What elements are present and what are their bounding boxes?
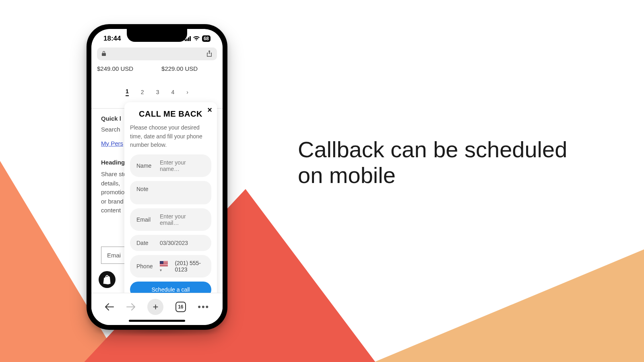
forward-icon[interactable] — [126, 303, 136, 311]
modal-title: CALL ME BACK — [130, 109, 211, 119]
phone-label: Phone — [136, 263, 154, 269]
shopify-badge[interactable] — [99, 271, 116, 288]
svg-rect-3 — [190, 36, 191, 41]
note-field[interactable]: Note — [130, 181, 211, 204]
status-icons: 68 — [185, 35, 211, 42]
battery-icon: 68 — [202, 35, 211, 42]
pagination: 1 2 3 4 › — [91, 72, 223, 105]
page-3[interactable]: 3 — [156, 89, 159, 95]
back-icon[interactable] — [105, 303, 114, 311]
tabs-button[interactable]: 16 — [175, 302, 186, 312]
price-right: $229.00 USD — [161, 65, 198, 72]
status-time: 18:44 — [103, 35, 121, 43]
page-4[interactable]: 4 — [171, 89, 174, 95]
page-2[interactable]: 2 — [141, 89, 144, 95]
date-input[interactable]: 03/30/2023 — [160, 240, 205, 246]
callback-modal: × CALL ME BACK Please choose your desire… — [124, 102, 217, 305]
my-personal-link[interactable]: My Pers — [101, 140, 123, 147]
headline: Callback can be scheduled on mobile — [298, 137, 580, 189]
price-left: $249.00 USD — [97, 65, 133, 72]
page-next-icon[interactable]: › — [186, 89, 188, 95]
home-indicator — [129, 320, 185, 322]
email-field[interactable]: Email Enter your email… — [130, 208, 211, 231]
phone-field[interactable]: Phone ▾ (201) 555-0123 — [130, 255, 211, 278]
email-label: Email — [136, 216, 154, 223]
note-label: Note — [136, 186, 154, 192]
svg-rect-0 — [185, 39, 186, 41]
phone-input[interactable]: (201) 555-0123 — [175, 260, 205, 273]
wifi-icon — [193, 36, 200, 41]
name-label: Name — [136, 162, 154, 169]
svg-rect-2 — [188, 37, 189, 41]
more-icon[interactable]: ••• — [198, 302, 209, 312]
name-input[interactable]: Enter your name… — [160, 159, 205, 172]
shopify-icon — [103, 275, 111, 284]
svg-rect-1 — [186, 39, 188, 41]
flag-us-icon[interactable]: ▾ — [160, 260, 169, 273]
email-input[interactable]: Enter your email… — [160, 213, 205, 226]
price-row: $249.00 USD $229.00 USD — [91, 63, 223, 72]
page-1[interactable]: 1 — [126, 88, 129, 96]
bg-triangle-right — [374, 249, 644, 362]
date-label: Date — [136, 240, 154, 246]
phone-frame: 18:44 68 $249.00 USD $229.00 USD 1 2 3 4 — [87, 24, 227, 330]
address-bar[interactable] — [97, 47, 217, 60]
lock-icon — [102, 51, 106, 57]
new-tab-button[interactable]: + — [147, 299, 163, 315]
close-icon[interactable]: × — [207, 105, 212, 115]
modal-description: Please choose your desired time, date an… — [130, 123, 211, 150]
phone-screen: 18:44 68 $249.00 USD $229.00 USD 1 2 3 4 — [91, 29, 223, 325]
name-field[interactable]: Name Enter your name… — [130, 154, 211, 177]
share-icon[interactable] — [206, 50, 212, 58]
phone-notch — [127, 29, 187, 42]
date-field[interactable]: Date 03/30/2023 — [130, 235, 211, 251]
